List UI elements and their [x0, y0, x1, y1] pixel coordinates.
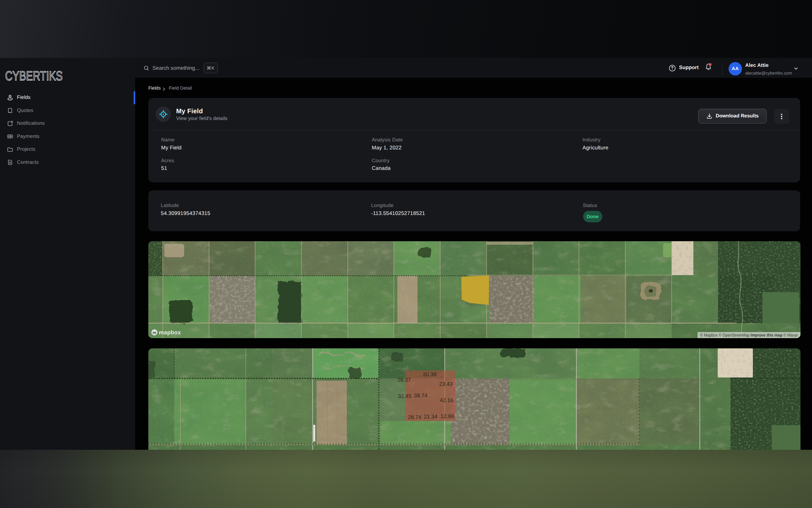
- svg-text:28.37: 28.37: [397, 377, 411, 383]
- svg-text:12.99: 12.99: [440, 413, 454, 419]
- svg-text:38.74: 38.74: [414, 392, 428, 398]
- svg-text:23.43: 23.43: [439, 381, 453, 387]
- svg-text:m: m: [152, 330, 156, 335]
- svg-text:21.34: 21.34: [424, 414, 438, 420]
- svg-text:© Mapbox © OpenStreetMap Impro: © Mapbox © OpenStreetMap Improve this ma…: [700, 333, 798, 338]
- svg-text:mapbox: mapbox: [159, 329, 181, 336]
- svg-text:42.16: 42.16: [440, 397, 453, 404]
- svg-text:28.74: 28.74: [408, 414, 422, 420]
- svg-text:CYBERTIKS: CYBERTIKS: [5, 69, 63, 83]
- svg-text:32.45: 32.45: [398, 393, 412, 399]
- svg-text:30.39: 30.39: [423, 371, 437, 378]
